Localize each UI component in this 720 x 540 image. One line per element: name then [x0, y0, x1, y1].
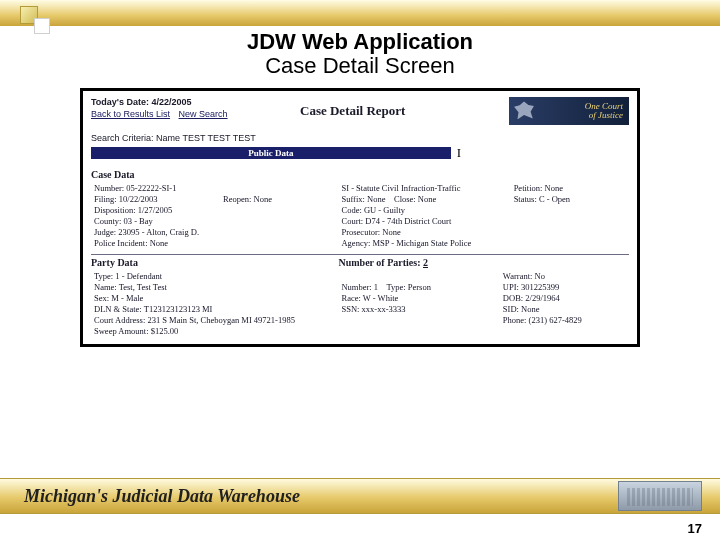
- slide-footer-band: Michigan's Judicial Data Warehouse: [0, 478, 720, 514]
- dln-value: T123123123123 MI: [144, 304, 213, 314]
- judge-label: Judge:: [94, 227, 116, 237]
- slide-top-accent: [0, 0, 720, 26]
- phone-value: (231) 627-4829: [529, 315, 582, 325]
- agency-value: MSP - Michigan State Police: [372, 238, 471, 248]
- petition-value: None: [545, 183, 563, 193]
- number-value: 05-22222-SI-1: [126, 183, 176, 193]
- county-label: County:: [94, 216, 121, 226]
- table-row: Number: 05-22222-SI-1 SI - Statute Civil…: [91, 182, 629, 193]
- court-label: Court:: [341, 216, 363, 226]
- ptype2-value: Person: [408, 282, 431, 292]
- table-row: Police Incident: None Agency: MSP - Mich…: [91, 237, 629, 248]
- case-data-table: Number: 05-22222-SI-1 SI - Statute Civil…: [91, 182, 629, 248]
- decor-square-white: [34, 18, 50, 34]
- court-logo: One Court of Justice: [509, 97, 629, 125]
- suffix-value: None: [367, 194, 385, 204]
- logo-line2: of Justice: [585, 111, 623, 120]
- nav-links: Back to Results List New Search: [91, 109, 300, 119]
- police-incident-value: None: [150, 238, 168, 248]
- phone-label: Phone:: [503, 315, 527, 325]
- case-type-value: SI - Statute Civil Infraction-Traffic: [341, 183, 460, 193]
- ptype2-label: Type:: [386, 282, 405, 292]
- logo-text: One Court of Justice: [585, 102, 623, 120]
- text-cursor-icon: I: [457, 145, 461, 161]
- upi-label: UPI:: [503, 282, 519, 292]
- building-image-icon: [618, 481, 702, 511]
- ptype-label: Type:: [94, 271, 113, 281]
- party-data-table: Type: 1 - Defendant Warrant: No Name: Te…: [91, 270, 629, 336]
- filing-value: 10/22/2003: [119, 194, 158, 204]
- filing-label: Filing:: [94, 194, 117, 204]
- table-row: Sex: M - Male Race: W - White DOB: 2/29/…: [91, 292, 629, 303]
- back-to-results-link[interactable]: Back to Results List: [91, 109, 170, 119]
- dob-label: DOB:: [503, 293, 523, 303]
- warrant-label: Warrant:: [503, 271, 533, 281]
- ptype-value: 1 - Defendant: [115, 271, 162, 281]
- table-row: Disposition: 1/27/2005 Code: GU - Guilty: [91, 204, 629, 215]
- pname-label: Name:: [94, 282, 117, 292]
- status-label: Status:: [514, 194, 537, 204]
- title-line1: JDW Web Application: [0, 30, 720, 54]
- agency-label: Agency:: [341, 238, 370, 248]
- title-line2: Case Detail Screen: [0, 54, 720, 78]
- michigan-silhouette-icon: [513, 101, 535, 119]
- case-data-heading: Case Data: [91, 169, 629, 180]
- table-row: Type: 1 - Defendant Warrant: No: [91, 270, 629, 281]
- petition-label: Petition:: [514, 183, 543, 193]
- code-label: Code:: [341, 205, 361, 215]
- report-header: Today's Date: 4/22/2005 Back to Results …: [91, 97, 629, 125]
- party-data-heading: Party Data: [91, 257, 338, 268]
- nop-value: 2: [423, 257, 428, 268]
- pnum-label: Number:: [341, 282, 371, 292]
- public-data-row: Public Data I: [91, 147, 629, 159]
- report-title: Case Detail Report: [300, 97, 509, 119]
- party-data-heading-row: Party Data Number of Parties: 2: [91, 257, 629, 268]
- sid-value: None: [521, 304, 539, 314]
- judge-value: 23095 - Alton, Craig D.: [118, 227, 199, 237]
- public-data-bar: Public Data: [91, 147, 451, 159]
- close-value: None: [418, 194, 436, 204]
- header-left: Today's Date: 4/22/2005 Back to Results …: [91, 97, 300, 119]
- status-value: C - Open: [539, 194, 570, 204]
- table-row: County: 03 - Bay Court: D74 - 74th Distr…: [91, 215, 629, 226]
- county-value: 03 - Bay: [124, 216, 153, 226]
- today-value: 4/22/2005: [152, 97, 192, 107]
- today-label: Today's Date:: [91, 97, 149, 107]
- divider: [91, 254, 629, 255]
- reopen-label: Reopen:: [223, 194, 251, 204]
- pnum-value: 1: [374, 282, 378, 292]
- table-row: Sweep Amount: $125.00: [91, 325, 629, 336]
- race-value: W - White: [363, 293, 399, 303]
- upi-value: 301225399: [521, 282, 559, 292]
- number-label: Number:: [94, 183, 124, 193]
- page-number: 17: [688, 521, 702, 536]
- new-search-link[interactable]: New Search: [179, 109, 228, 119]
- race-label: Race:: [341, 293, 360, 303]
- screenshot-frame: Today's Date: 4/22/2005 Back to Results …: [80, 88, 640, 347]
- table-row: Judge: 23095 - Alton, Craig D. Prosecuto…: [91, 226, 629, 237]
- suffix-label: Suffix:: [341, 194, 364, 204]
- ssn-label: SSN:: [341, 304, 359, 314]
- sex-label: Sex:: [94, 293, 109, 303]
- code-value: GU - Guilty: [364, 205, 405, 215]
- dob-value: 2/29/1964: [525, 293, 559, 303]
- sweep-label: Sweep Amount:: [94, 326, 149, 336]
- criteria-value: Name TEST TEST TEST: [156, 133, 256, 143]
- dln-label: DLN & State:: [94, 304, 142, 314]
- nop-label: Number of Parties:: [338, 257, 420, 268]
- criteria-label: Search Criteria:: [91, 133, 154, 143]
- warrant-value: No: [535, 271, 545, 281]
- close-label: Close:: [394, 194, 416, 204]
- number-of-parties: Number of Parties: 2: [338, 257, 428, 268]
- search-criteria: Search Criteria: Name TEST TEST TEST: [91, 133, 629, 143]
- sweep-value: $125.00: [151, 326, 179, 336]
- table-row: Filing: 10/22/2003 Reopen: None Suffix: …: [91, 193, 629, 204]
- prosecutor-label: Prosecutor:: [341, 227, 380, 237]
- prosecutor-value: None: [382, 227, 400, 237]
- table-row: Court Address: 231 S Main St, Cheboygan …: [91, 314, 629, 325]
- table-row: Name: Test, Test Test Number: 1 Type: Pe…: [91, 281, 629, 292]
- disposition-value: 1/27/2005: [138, 205, 172, 215]
- sex-value: M - Male: [111, 293, 143, 303]
- address-label: Court Address:: [94, 315, 145, 325]
- sid-label: SID:: [503, 304, 519, 314]
